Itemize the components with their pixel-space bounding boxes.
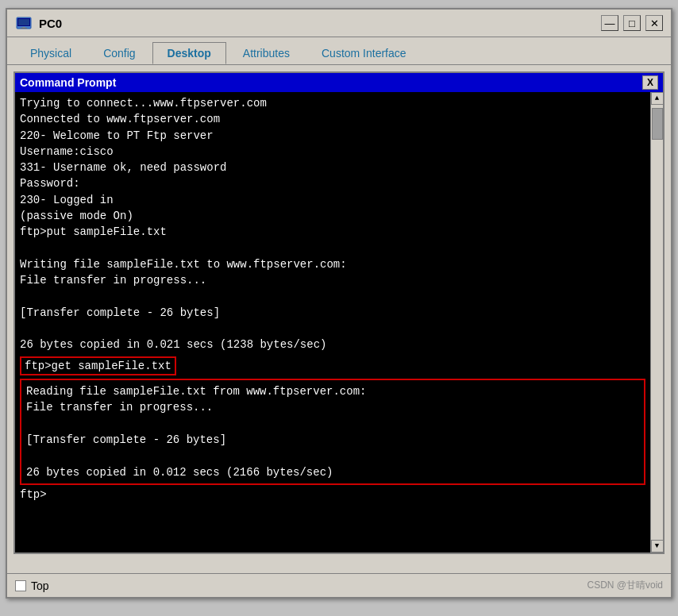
ftp-get-command: ftp>get sampleFile.txt <box>20 356 176 375</box>
tab-physical[interactable]: Physical <box>15 42 87 64</box>
reading-line-5 <box>26 448 639 464</box>
window-controls: — □ ✕ <box>601 15 663 31</box>
tab-attributes[interactable]: Attributes <box>228 42 305 64</box>
svg-rect-4 <box>21 28 27 29</box>
top-checkbox[interactable] <box>15 580 26 591</box>
tab-desktop[interactable]: Desktop <box>152 42 226 64</box>
terminal-line-8: ftp>put sampleFile.txt <box>20 224 645 240</box>
terminal-line-15: 26 bytes copied in 0.021 secs (1238 byte… <box>20 337 645 352</box>
minimize-button[interactable]: — <box>601 15 618 31</box>
cmd-title-bar: Command Prompt X <box>15 73 663 92</box>
terminal-line-7: (passive mode On) <box>20 208 645 224</box>
reading-line-4: [Transfer complete - 26 bytes] <box>26 432 639 448</box>
close-button[interactable]: ✕ <box>645 15 663 31</box>
reading-line-6: 26 bytes copied in 0.012 secs (2166 byte… <box>26 464 639 480</box>
tab-config[interactable]: Config <box>88 42 150 64</box>
svg-rect-2 <box>18 19 29 25</box>
scroll-thumb[interactable] <box>652 108 663 140</box>
terminal-line-14 <box>20 321 645 337</box>
terminal-line-1: Connected to www.ftpserver.com <box>20 111 645 127</box>
scroll-area: Trying to connect...www.ftpserver.com Co… <box>15 92 663 552</box>
tab-bar: Physical Config Desktop Attributes Custo… <box>7 37 671 65</box>
terminal-line-13: [Transfer complete - 26 bytes] <box>20 305 645 321</box>
title-bar: PC0 — □ ✕ <box>7 10 671 37</box>
terminal-line-5: Password: <box>20 175 645 191</box>
terminal-line-0: Trying to connect...www.ftpserver.com <box>20 95 645 111</box>
terminal-line-4: 331- Username ok, need password <box>20 160 645 175</box>
main-content: Command Prompt X Trying to connect...www… <box>7 65 671 573</box>
scrollbar[interactable]: ▲ ▼ <box>650 92 663 552</box>
terminal-line-6: 230- Logged in <box>20 192 645 208</box>
terminal-line-9 <box>20 241 645 256</box>
tab-custom-interface[interactable]: Custom Interface <box>306 42 422 64</box>
maximize-button[interactable]: □ <box>623 15 641 31</box>
terminal-line-12 <box>20 289 645 305</box>
cmd-window: Command Prompt X Trying to connect...www… <box>13 71 665 554</box>
scroll-down-button[interactable]: ▼ <box>651 540 664 552</box>
top-label: Top <box>31 579 49 592</box>
terminal[interactable]: Trying to connect...www.ftpserver.com Co… <box>15 92 650 552</box>
cmd-title: Command Prompt <box>20 76 116 89</box>
ftp-get-highlighted: ftp>get sampleFile.txt <box>20 356 645 375</box>
reading-line-2: File transfer in progress... <box>26 399 639 415</box>
reading-line-3 <box>26 416 639 432</box>
window-title: PC0 <box>39 17 601 30</box>
pc0-window: PC0 — □ ✕ Physical Config Desktop Attrib… <box>6 8 672 599</box>
watermark: CSDN @甘晴void <box>587 579 663 592</box>
cmd-close-button[interactable]: X <box>642 75 658 90</box>
reading-block: Reading file sampleFile.txt from www.ftp… <box>20 379 645 485</box>
reading-line-1: Reading file sampleFile.txt from www.ftp… <box>26 383 639 399</box>
terminal-line-2: 220- Welcome to PT Ftp server <box>20 128 645 144</box>
bottom-bar: Top CSDN @甘晴void <box>7 573 671 597</box>
terminal-line-3: Username:cisco <box>20 144 645 160</box>
terminal-prompt-end: ftp> <box>20 487 645 502</box>
terminal-line-10: Writing file sampleFile.txt to www.ftpse… <box>20 256 645 272</box>
terminal-line-11: File transfer in progress... <box>20 272 645 288</box>
window-icon <box>15 14 33 32</box>
scroll-up-button[interactable]: ▲ <box>651 92 664 105</box>
